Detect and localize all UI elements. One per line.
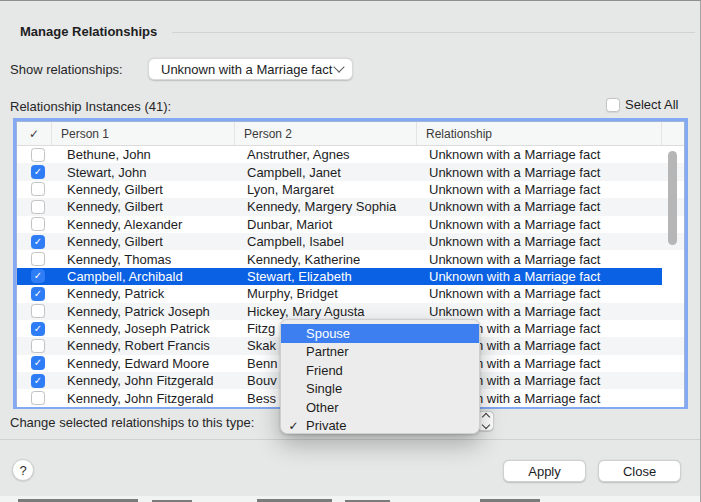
row-check-cell [17, 304, 52, 318]
menu-item-label: Private [306, 418, 346, 433]
cell-person2: Stewart, Elizabeth [235, 269, 417, 284]
row-checkbox[interactable] [31, 165, 45, 179]
cell-person2: Dunbar, Mariot [235, 217, 417, 232]
cell-relationship: Unknown with a Marriage fact [417, 304, 662, 319]
row-checkbox[interactable] [31, 374, 45, 388]
row-check-cell [17, 200, 52, 214]
cell-relationship: Unknown with a Marriage fact [417, 182, 662, 197]
cell-person1: Kennedy, Robert Francis [52, 338, 235, 353]
cell-person1: Stewart, John [52, 165, 235, 180]
cell-person1: Campbell, Archibald [52, 269, 235, 284]
cell-person2: Campbell, Janet [235, 165, 417, 180]
row-checkbox[interactable] [31, 148, 45, 162]
row-checkbox[interactable] [31, 304, 45, 318]
cell-person1: Kennedy, John Fitzgerald [52, 373, 235, 388]
cell-relationship: Unknown with a Marriage fact [417, 147, 662, 162]
scrollbar-spacer [662, 268, 684, 285]
row-check-cell [17, 148, 52, 162]
apply-button[interactable]: Apply [503, 460, 586, 482]
scrollbar-spacer [662, 320, 684, 337]
cell-person1: Kennedy, Joseph Patrick [52, 321, 235, 336]
help-button[interactable]: ? [12, 459, 34, 481]
row-checkbox[interactable] [31, 356, 45, 370]
chevron-down-icon [481, 421, 489, 429]
table-row[interactable]: Kennedy, Patrick Joseph Hickey, Mary Agu… [17, 303, 684, 320]
row-check-cell [17, 235, 52, 249]
table-row[interactable]: Kennedy, Gilbert Lyon, Margaret Unknown … [17, 181, 684, 198]
cell-relationship: Unknown with a Marriage fact [417, 199, 662, 214]
table-row[interactable]: Stewart, John Campbell, Janet Unknown wi… [17, 163, 684, 180]
row-checkbox[interactable] [31, 235, 45, 249]
close-button[interactable]: Close [598, 460, 681, 482]
table-row[interactable]: Kennedy, Alexander Dunbar, Mariot Unknow… [17, 216, 684, 233]
header-person1[interactable]: Person 1 [52, 122, 235, 145]
table-row[interactable]: Kennedy, Gilbert Kennedy, Margery Sophia… [17, 198, 684, 215]
row-check-cell [17, 356, 52, 370]
row-check-cell [17, 374, 52, 388]
menu-item[interactable]: Friend [281, 361, 479, 380]
scrollbar-spacer [662, 355, 684, 372]
cell-relationship: Unknown with a Marriage fact [417, 286, 662, 301]
row-check-cell [17, 182, 52, 196]
row-checkbox[interactable] [31, 391, 45, 405]
cell-person1: Kennedy, Alexander [52, 217, 235, 232]
table-row[interactable]: Kennedy, Patrick Murphy, Bridget Unknown… [17, 285, 684, 302]
menu-item[interactable]: Other [281, 398, 479, 417]
page-title: Manage Relationships [20, 24, 157, 39]
row-checkbox[interactable] [31, 287, 45, 301]
row-check-cell [17, 339, 52, 353]
change-type-label: Change selected relationships to this ty… [10, 415, 254, 430]
header-person2[interactable]: Person 2 [235, 122, 417, 145]
select-all-checkbox[interactable] [606, 98, 620, 112]
menu-item-label: Partner [306, 344, 349, 359]
cell-person1: Kennedy, Patrick Joseph [52, 304, 235, 319]
row-checkbox[interactable] [31, 322, 45, 336]
show-relationships-dropdown[interactable]: Unknown with a Marriage fact [148, 58, 353, 80]
header-check-column[interactable]: ✓ [17, 122, 52, 145]
row-checkbox[interactable] [31, 339, 45, 353]
select-all-label: Select All [625, 97, 678, 112]
row-check-cell [17, 322, 52, 336]
menu-item[interactable]: ✓ Private [281, 417, 479, 436]
manage-relationships-dialog: Manage Relationships Show relationships:… [0, 0, 701, 502]
cell-person1: Bethune, John [52, 147, 235, 162]
menu-item[interactable]: Partner [281, 343, 479, 362]
cell-person1: Kennedy, Gilbert [52, 234, 235, 249]
header-relationship[interactable]: Relationship [417, 122, 662, 145]
row-checkbox[interactable] [31, 269, 45, 283]
cell-person1: Kennedy, Edward Moore [52, 356, 235, 371]
cell-person1: Kennedy, Gilbert [52, 199, 235, 214]
table-row[interactable]: Campbell, Archibald Stewart, Elizabeth U… [17, 268, 684, 285]
row-checkbox[interactable] [31, 252, 45, 266]
show-relationships-label: Show relationships: [10, 62, 123, 77]
cell-relationship: Unknown with a Marriage fact [417, 252, 662, 267]
relationship-type-menu: Spouse Partner Friend Single Other ✓ Pri… [280, 319, 480, 434]
table-row[interactable]: Kennedy, Thomas Kennedy, Katherine Unkno… [17, 250, 684, 267]
relationship-instances-label: Relationship Instances (41): [10, 99, 171, 114]
cell-person2: Hickey, Mary Agusta [235, 304, 417, 319]
row-check-cell [17, 287, 52, 301]
cell-relationship: Unknown with a Marriage fact [417, 217, 662, 232]
menu-item[interactable]: Spouse [281, 324, 479, 343]
row-checkbox[interactable] [31, 182, 45, 196]
vertical-scrollbar[interactable] [668, 151, 677, 245]
scrollbar-spacer [662, 372, 684, 389]
scrollbar-spacer [662, 337, 684, 354]
background-window-sliver [0, 496, 700, 502]
row-checkbox[interactable] [31, 217, 45, 231]
cell-person2: Kennedy, Margery Sophia [235, 199, 417, 214]
row-checkbox[interactable] [31, 200, 45, 214]
cell-relationship: Unknown with a Marriage fact [417, 234, 662, 249]
row-check-cell [17, 165, 52, 179]
scrollbar-spacer [662, 303, 684, 320]
table-row[interactable]: Kennedy, Gilbert Campbell, Isabel Unknow… [17, 233, 684, 250]
cell-person2: Lyon, Margaret [235, 182, 417, 197]
table-row[interactable]: Bethune, John Anstruther, Agnes Unknown … [17, 146, 684, 163]
menu-item[interactable]: Single [281, 380, 479, 399]
select-all-control[interactable]: Select All [606, 97, 678, 112]
cell-relationship: Unknown with a Marriage fact [417, 165, 662, 180]
table-header: ✓ Person 1 Person 2 Relationship [17, 122, 684, 146]
menu-item-label: Friend [306, 363, 343, 378]
cell-person2: Anstruther, Agnes [235, 147, 417, 162]
footer-divider [0, 439, 700, 440]
